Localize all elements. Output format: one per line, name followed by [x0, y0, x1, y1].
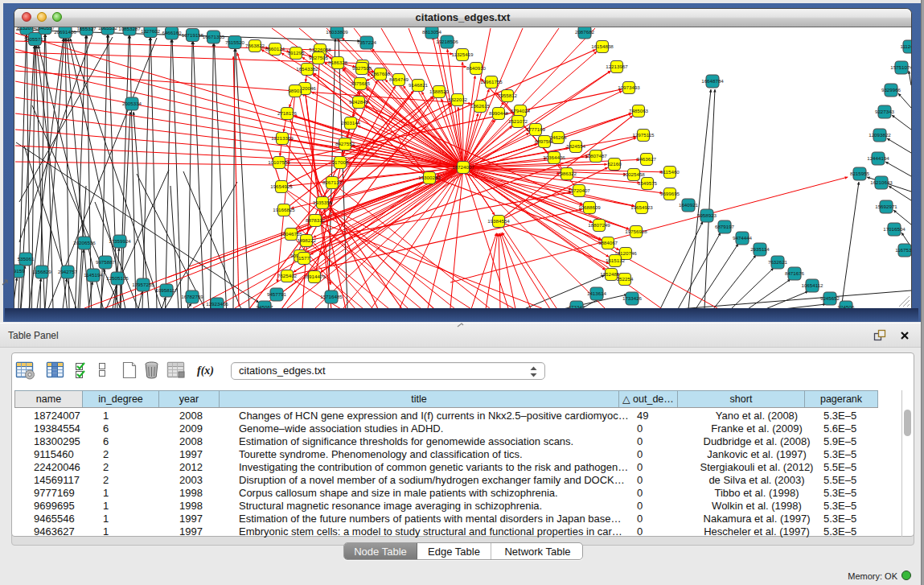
svg-text:10688609: 10688609: [578, 204, 601, 210]
svg-text:12093822: 12093822: [869, 132, 891, 138]
svg-text:1733426: 1733426: [622, 295, 643, 301]
svg-text:6879197: 6879197: [715, 224, 735, 229]
svg-text:9474444: 9474444: [733, 235, 753, 241]
svg-text:9463627: 9463627: [637, 156, 657, 162]
svg-text:7625402: 7625402: [277, 273, 298, 278]
svg-text:1655327: 1655327: [76, 27, 97, 31]
svg-text:10961755: 10961755: [480, 79, 503, 84]
svg-text:19384554: 19384554: [487, 218, 510, 224]
svg-text:18807249: 18807249: [588, 222, 610, 228]
svg-text:9975887: 9975887: [96, 259, 116, 265]
svg-text:12975115: 12975115: [632, 132, 655, 138]
svg-text:62160: 62160: [607, 161, 622, 167]
svg-text:9884067: 9884067: [598, 240, 618, 245]
svg-text:16210643: 16210643: [870, 179, 893, 185]
svg-text:2718176: 2718176: [277, 110, 298, 116]
svg-text:16648784: 16648784: [701, 78, 724, 84]
svg-text:8640910: 8640910: [466, 65, 487, 71]
svg-text:7632621: 7632621: [768, 259, 788, 265]
svg-text:9242848: 9242848: [349, 99, 369, 105]
svg-text:7357224: 7357224: [357, 39, 377, 45]
svg-text:12213967: 12213967: [606, 64, 628, 69]
svg-text:9115460: 9115460: [660, 169, 680, 175]
svg-text:2935114: 2935114: [750, 246, 770, 252]
svg-text:10958117: 10958117: [155, 287, 178, 293]
svg-text:98901: 98901: [288, 88, 302, 93]
svg-text:746266: 746266: [550, 134, 567, 140]
svg-text:10107553: 10107553: [268, 159, 290, 165]
svg-text:10973493: 10973493: [618, 84, 640, 90]
svg-text:9327505: 9327505: [309, 55, 329, 60]
svg-text:14055712: 14055712: [24, 36, 47, 42]
svg-text:8215955: 8215955: [850, 171, 870, 176]
svg-text:7485063: 7485063: [629, 108, 649, 113]
svg-text:5958923: 5958923: [697, 212, 717, 218]
svg-text:8454749: 8454749: [389, 76, 409, 82]
svg-text:15692971: 15692971: [875, 204, 897, 209]
svg-text:8267130: 8267130: [322, 179, 343, 185]
svg-text:1588520: 1588520: [429, 89, 450, 94]
svg-text:20206536: 20206536: [73, 240, 96, 245]
svg-text:8471676: 8471676: [785, 270, 805, 276]
svg-text:9227343: 9227343: [875, 109, 895, 114]
svg-text:2803144: 2803144: [341, 120, 361, 126]
svg-text:10719155: 10719155: [182, 32, 204, 38]
svg-text:8813054: 8813054: [422, 29, 442, 35]
svg-text:9777169: 9777169: [526, 126, 546, 132]
svg-text:7663822: 7663822: [245, 43, 265, 48]
svg-text:9329966: 9329966: [881, 87, 901, 93]
svg-text:8322032: 8322032: [448, 97, 468, 102]
svg-text:1112494: 1112494: [900, 43, 911, 49]
svg-text:17016504: 17016504: [883, 226, 906, 232]
svg-text:16543382: 16543382: [296, 66, 318, 72]
svg-text:945067: 945067: [257, 304, 273, 308]
svg-text:8427552: 8427552: [335, 141, 355, 146]
svg-text:16154838: 16154838: [591, 43, 614, 49]
svg-text:10046755: 10046755: [280, 231, 302, 237]
svg-text:6466160: 6466160: [162, 30, 182, 35]
svg-text:20691406: 20691406: [54, 29, 76, 35]
svg-text:15751074: 15751074: [890, 64, 911, 70]
svg-text:1935359: 1935359: [313, 200, 333, 205]
svg-text:6794024: 6794024: [511, 108, 531, 113]
svg-text:8186328: 8186328: [328, 60, 348, 65]
svg-text:1065532: 1065532: [98, 27, 118, 31]
svg-text:2867608: 2867608: [371, 71, 391, 76]
svg-text:f(x): f(x): [197, 365, 214, 377]
svg-text:8990448: 8990448: [489, 110, 509, 116]
svg-text:252254: 252254: [617, 276, 634, 282]
svg-text:7515520: 7515520: [225, 39, 245, 45]
svg-text:15720407: 15720407: [568, 187, 590, 193]
svg-text:9457791: 9457791: [267, 291, 287, 297]
svg-text:19166825: 19166825: [273, 207, 295, 212]
svg-text:19654923: 19654923: [630, 204, 653, 210]
svg-text:924506: 924506: [838, 304, 855, 308]
svg-text:1327602: 1327602: [141, 28, 161, 34]
svg-text:12213369: 12213369: [271, 135, 294, 141]
svg-text:10853287: 10853287: [118, 27, 141, 31]
svg-text:10807487: 10807487: [585, 153, 607, 159]
svg-text:8132074: 8132074: [17, 27, 37, 31]
svg-text:16914479: 16914479: [303, 274, 326, 279]
svg-text:9146821: 9146821: [409, 82, 429, 88]
svg-text:7955812: 7955812: [498, 93, 518, 98]
svg-text:19218506: 19218506: [436, 39, 458, 44]
svg-text:535061: 535061: [18, 256, 35, 262]
svg-text:1840557: 1840557: [35, 27, 55, 31]
svg-text:10025458: 10025458: [622, 171, 645, 177]
svg-text:19654925: 19654925: [270, 183, 293, 189]
svg-text:1577: 1577: [298, 255, 310, 261]
svg-text:9327508: 9327508: [352, 65, 372, 71]
svg-text:9245652: 9245652: [820, 295, 840, 301]
svg-text:12505135: 12505135: [106, 275, 129, 281]
svg-text:18724007: 18724007: [452, 164, 474, 170]
svg-text:3498222: 3498222: [297, 237, 317, 243]
svg-text:16782759: 16782759: [181, 294, 203, 299]
svg-text:19756928: 19756928: [625, 229, 647, 234]
svg-text:9699695: 9699695: [660, 191, 680, 196]
svg-text:3824554: 3824554: [566, 143, 586, 149]
svg-text:16671355: 16671355: [203, 34, 225, 39]
svg-text:17957255: 17957255: [132, 282, 154, 287]
svg-text:8660124: 8660124: [265, 46, 285, 51]
svg-text:19300243: 19300243: [418, 175, 441, 180]
